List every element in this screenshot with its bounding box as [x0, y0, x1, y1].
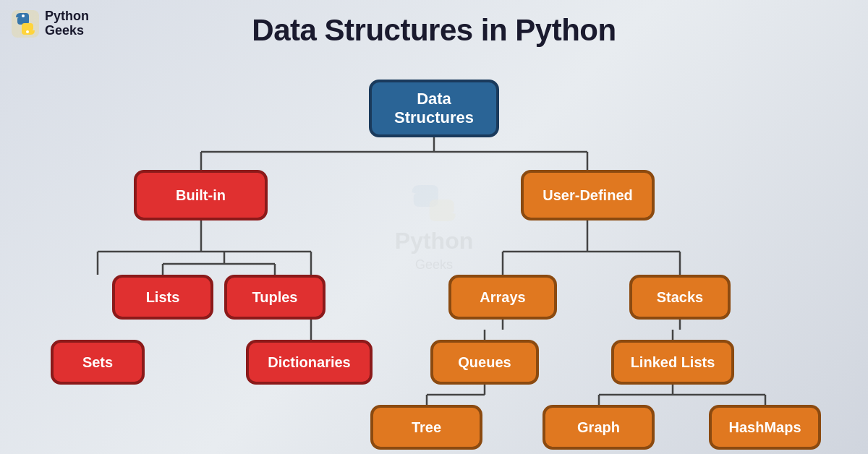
page-title: Data Structures in Python [0, 13, 868, 48]
node-tuples: Tuples [224, 275, 326, 320]
node-user-defined: User-Defined [521, 170, 655, 220]
node-tree: Tree [370, 405, 482, 450]
node-dictionaries: Dictionaries [246, 340, 373, 385]
node-arrays: Arrays [448, 275, 557, 320]
diagram: Data Structures Built-in User-Defined Li… [0, 65, 868, 447]
node-data-structures: Data Structures [369, 80, 499, 137]
node-lists: Lists [112, 275, 213, 320]
node-graph: Graph [542, 405, 655, 450]
node-built-in: Built-in [134, 170, 268, 220]
node-linked-lists: Linked Lists [611, 340, 734, 385]
node-hashmaps: HashMaps [709, 405, 821, 450]
node-queues: Queues [430, 340, 539, 385]
node-sets: Sets [51, 340, 145, 385]
node-stacks: Stacks [629, 275, 731, 320]
